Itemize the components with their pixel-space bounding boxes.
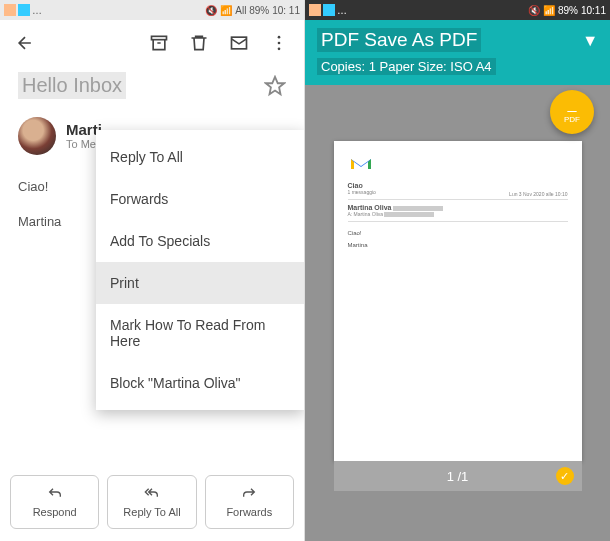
battery-text: All 89% — [235, 5, 269, 16]
menu-add-specials[interactable]: Add To Specials — [96, 220, 304, 262]
pdf-page[interactable]: Ciao 1 messaggio Martina Oliva A: Martin… — [334, 141, 582, 461]
svg-point-4 — [278, 48, 281, 51]
svg-point-3 — [278, 42, 281, 45]
app-icon — [309, 4, 321, 16]
reply-all-button[interactable]: Reply To All — [107, 475, 196, 529]
pdf-body-text: Martina — [348, 242, 568, 248]
bottom-actions: Respond Reply To All Forwards — [10, 475, 294, 529]
svg-point-2 — [278, 36, 281, 39]
download-icon — [565, 101, 579, 115]
battery-text: 89% — [558, 5, 578, 16]
subject-row: Hello Inbox — [0, 66, 304, 111]
menu-reply-all[interactable]: Reply To All — [96, 136, 304, 178]
star-icon[interactable] — [264, 75, 286, 97]
pdf-date: Lun 3 Nov 2020 alle 10:10 — [509, 191, 567, 197]
reply-icon — [47, 486, 63, 502]
signal-icon: 📶 — [543, 5, 555, 16]
pdf-settings: Copies: 1 Paper Size: ISO A4 — [317, 58, 496, 75]
gmail-logo-icon — [348, 155, 374, 173]
menu-forwards[interactable]: Forwards — [96, 178, 304, 220]
pdf-subject: Ciao — [348, 182, 568, 189]
pdf-destination: PDF Save As PDF — [317, 28, 481, 52]
pdf-page-footer: 1 /1 ✓ — [334, 461, 582, 491]
status-bar: … 🔇 📶 89% 10:11 — [305, 0, 610, 20]
pdf-options-header[interactable]: PDF Save As PDF Copies: 1 Paper Size: IS… — [305, 20, 610, 85]
pdf-to: A: Martina Oliva — [348, 211, 384, 217]
avatar[interactable] — [18, 117, 56, 155]
app-icon — [323, 4, 335, 16]
archive-button[interactable] — [148, 32, 170, 54]
mute-icon: 🔇 — [205, 5, 217, 16]
status-bar: … 🔇 📶 All 89% 10: 11 — [0, 0, 304, 20]
reply-all-icon — [144, 486, 160, 502]
mail-button[interactable] — [228, 32, 250, 54]
menu-mark-read[interactable]: Mark How To Read From Here — [96, 304, 304, 362]
respond-button[interactable]: Respond — [10, 475, 99, 529]
pdf-from: Martina Oliva — [348, 204, 392, 211]
clock-text: 10:11 — [581, 5, 606, 16]
status-more: … — [32, 5, 42, 16]
save-pdf-fab[interactable]: PDF — [550, 90, 594, 134]
status-more: … — [337, 5, 347, 16]
chevron-down-icon[interactable]: ▼ — [582, 32, 598, 50]
pdf-greeting: Ciao! — [348, 230, 568, 236]
wifi-icon: 📶 — [220, 5, 232, 16]
page-selected-icon[interactable]: ✓ — [556, 467, 574, 485]
email-toolbar — [0, 20, 304, 66]
forward-button[interactable]: Forwards — [205, 475, 294, 529]
pdf-screen: … 🔇 📶 89% 10:11 PDF Save As PDF Copies: … — [305, 0, 610, 541]
app-icon — [18, 4, 30, 16]
email-screen: … 🔇 📶 All 89% 10: 11 Hello Inbox — [0, 0, 305, 541]
delete-button[interactable] — [188, 32, 210, 54]
page-counter: 1 /1 — [447, 469, 469, 484]
context-menu: Reply To All Forwards Add To Specials Pr… — [96, 130, 304, 410]
app-icon — [4, 4, 16, 16]
mute-icon: 🔇 — [528, 5, 540, 16]
back-button[interactable] — [14, 32, 36, 54]
pdf-preview-area: Ciao 1 messaggio Martina Oliva A: Martin… — [305, 85, 610, 541]
svg-rect-0 — [152, 36, 167, 39]
forward-icon — [241, 486, 257, 502]
clock-text: 10: 11 — [272, 5, 300, 16]
more-button[interactable] — [268, 32, 290, 54]
menu-block[interactable]: Block "Martina Oliva" — [96, 362, 304, 404]
subject-text: Hello Inbox — [18, 72, 126, 99]
menu-print[interactable]: Print — [96, 262, 304, 304]
